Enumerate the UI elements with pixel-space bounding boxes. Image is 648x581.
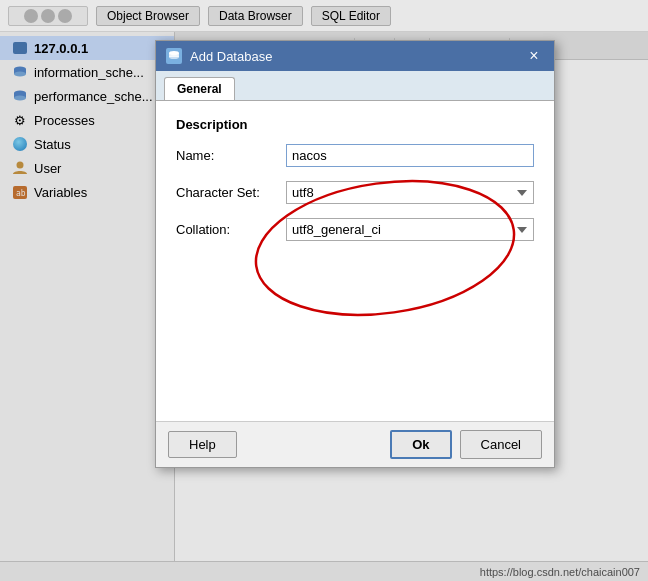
name-input[interactable]: [286, 144, 534, 167]
dialog-icon: [166, 48, 182, 64]
name-label: Name:: [176, 148, 286, 163]
modal-titlebar: Add Database ×: [156, 41, 554, 71]
modal-form-body: Description Name: Character Set: utf8 ut…: [156, 101, 554, 421]
modal-titlebar-left: Add Database: [166, 48, 272, 64]
footer-right-buttons: Ok Cancel: [390, 430, 542, 459]
modal-title: Add Database: [190, 49, 272, 64]
charset-select[interactable]: utf8 utf8mb4 latin1 ascii: [286, 181, 534, 204]
form-row-name: Name:: [176, 144, 534, 167]
help-button[interactable]: Help: [168, 431, 237, 458]
add-database-dialog: Add Database × General Description Name:…: [155, 40, 555, 468]
svg-point-11: [169, 55, 179, 59]
form-section-title: Description: [176, 117, 534, 132]
tab-general[interactable]: General: [164, 77, 235, 100]
collation-label: Collation:: [176, 222, 286, 237]
sql-editor-btn[interactable]: SQL Editor: [311, 6, 391, 26]
form-row-charset: Character Set: utf8 utf8mb4 latin1 ascii: [176, 181, 534, 204]
cancel-button[interactable]: Cancel: [460, 430, 542, 459]
form-row-collation: Collation: utf8_general_ci utf8_unicode_…: [176, 218, 534, 241]
data-browser-btn[interactable]: Data Browser: [208, 6, 303, 26]
modal-close-button[interactable]: ×: [524, 47, 544, 65]
tab-strip: General: [156, 71, 554, 101]
app-window: Object Browser Data Browser SQL Editor 1…: [0, 0, 648, 581]
toolbar: Object Browser Data Browser SQL Editor: [0, 0, 648, 32]
charset-label: Character Set:: [176, 185, 286, 200]
ok-button[interactable]: Ok: [390, 430, 451, 459]
object-browser-btn[interactable]: Object Browser: [96, 6, 200, 26]
collation-select[interactable]: utf8_general_ci utf8_unicode_ci utf8_bin: [286, 218, 534, 241]
modal-footer: Help Ok Cancel: [156, 421, 554, 467]
